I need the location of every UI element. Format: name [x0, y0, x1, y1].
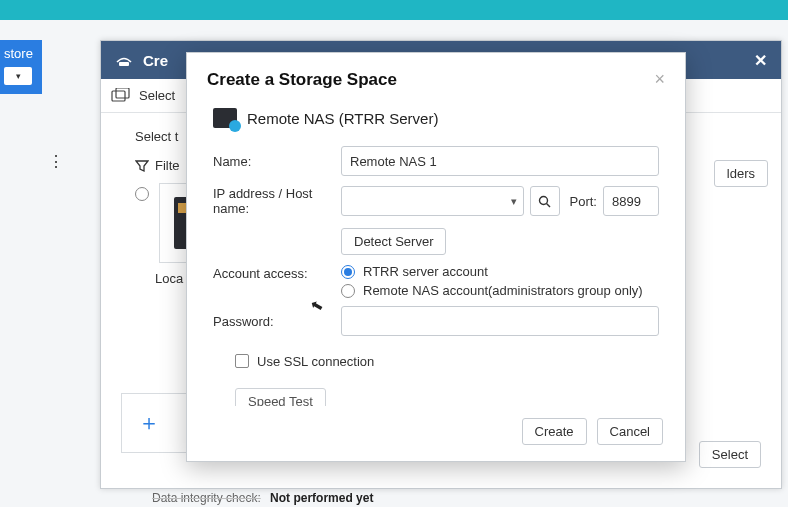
filter-label: Filte [155, 158, 180, 173]
close-icon[interactable]: × [654, 69, 665, 90]
ip-host-combo[interactable]: ▾ [341, 186, 524, 216]
kebab-menu-icon[interactable]: ⋮ [48, 152, 64, 171]
ip-label: IP address / Host name: [213, 186, 341, 216]
name-label: Name: [213, 154, 341, 169]
data-integrity-row: Data integrity check: Not performed yet [152, 491, 373, 505]
password-input[interactable] [341, 306, 659, 336]
create-storage-modal: Create a Storage Space × Remote NAS (RTR… [186, 52, 686, 462]
folders-icon [111, 88, 131, 104]
device-radio[interactable] [135, 187, 149, 201]
modal-title: Create a Storage Space [207, 70, 397, 90]
storage-icon [115, 53, 133, 67]
detect-server-button[interactable]: Detect Server [341, 228, 446, 255]
rtrr-radio-label: RTRR server account [363, 264, 488, 279]
lders-button[interactable]: lders [714, 160, 768, 187]
svg-rect-0 [119, 62, 129, 66]
close-icon[interactable]: ✕ [754, 51, 767, 70]
speed-test-button[interactable]: Speed Test [235, 388, 326, 407]
modal-subtitle: Remote NAS (RTRR Server) [247, 110, 438, 127]
filter-icon[interactable] [135, 159, 149, 173]
sidebar-dropdown[interactable]: ▾ [4, 67, 32, 85]
password-label: Password: [213, 314, 341, 329]
toolbar-select-label: Select [139, 88, 175, 103]
plus-icon: ＋ [138, 408, 160, 438]
remote-nas-icon [213, 108, 237, 128]
svg-rect-2 [116, 88, 129, 98]
sidebar-label: store [4, 46, 33, 61]
integrity-value: Not performed yet [270, 491, 373, 505]
chevron-down-icon: ▾ [511, 195, 517, 208]
cancel-button[interactable]: Cancel [597, 418, 663, 445]
port-label: Port: [570, 194, 597, 209]
account-access-label: Account access: [213, 264, 341, 281]
rtrr-radio[interactable] [341, 265, 355, 279]
sidebar-store[interactable]: store ▾ [0, 40, 42, 94]
remote-nas-radio-label: Remote NAS account(administrators group … [363, 283, 643, 298]
ssl-checkbox[interactable] [235, 354, 249, 368]
base-title: Cre [143, 52, 168, 69]
integrity-label: Data integrity check: [152, 491, 261, 505]
search-button[interactable] [530, 186, 560, 216]
ssl-label: Use SSL connection [257, 354, 374, 369]
app-topbar [0, 0, 788, 20]
port-input[interactable] [603, 186, 659, 216]
create-button[interactable]: Create [522, 418, 587, 445]
svg-rect-1 [112, 91, 125, 101]
select-button[interactable]: Select [699, 441, 761, 468]
search-icon [538, 195, 551, 208]
svg-line-4 [547, 203, 551, 207]
svg-point-3 [540, 196, 548, 204]
name-input[interactable] [341, 146, 659, 176]
remote-nas-radio[interactable] [341, 284, 355, 298]
